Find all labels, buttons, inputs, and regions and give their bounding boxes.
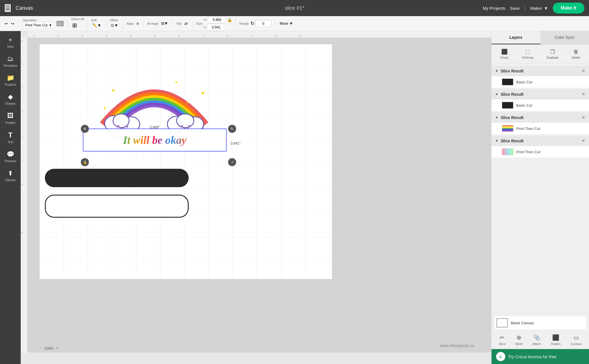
group-tool[interactable]: ⬛ Group bbox=[498, 47, 511, 60]
h-label: H bbox=[204, 26, 206, 29]
contour-tool[interactable]: ▭ Contour bbox=[571, 334, 582, 346]
weld-tool[interactable]: ⊕ Weld bbox=[515, 334, 523, 346]
layer-item-4[interactable]: Print Then Cut bbox=[492, 146, 589, 158]
bottom-panel: Blank Canvas ✂ Slice ⊕ Weld 📎 Attach ⬛ F… bbox=[492, 313, 589, 349]
offset-label: Offset bbox=[110, 18, 119, 22]
layer-group-3: ▼ Slice Result 👁 Print Then Cut bbox=[492, 112, 589, 135]
layer-arrow-2: ▼ bbox=[495, 92, 498, 96]
duplicate-tool[interactable]: ❐ Duplicate bbox=[544, 47, 561, 60]
thumb-rainbow-3 bbox=[502, 125, 513, 132]
select-all-button[interactable]: ⊞ bbox=[71, 21, 78, 30]
save-button[interactable]: Save bbox=[510, 6, 520, 11]
tab-layers[interactable]: Layers bbox=[492, 31, 540, 44]
visibility-icon-1[interactable]: 👁 bbox=[582, 69, 586, 73]
layer-group-2-header[interactable]: ▼ Slice Result 👁 bbox=[492, 89, 589, 99]
svg-point-12 bbox=[126, 127, 128, 128]
layer-arrow-4: ▼ bbox=[495, 139, 498, 143]
delete-handle[interactable]: ✕ bbox=[81, 125, 89, 133]
scale-handle[interactable]: ↗ bbox=[228, 158, 236, 166]
undo-button[interactable]: ↩ bbox=[3, 20, 9, 27]
sidebar-item-shapes[interactable]: ◆ Shapes bbox=[1, 90, 20, 108]
sidebar-item-images-label: Images bbox=[5, 121, 16, 124]
visibility-icon-3[interactable]: 👁 bbox=[582, 115, 586, 120]
sidebar-item-projects[interactable]: 📁 Projects bbox=[1, 71, 20, 89]
right-panel: Layers Color Sync ⬛ Group ⬚ UnGroup ❐ Du… bbox=[491, 31, 589, 364]
my-projects-button[interactable]: My Projects bbox=[483, 6, 505, 11]
arrange-section: Arrange ⧉▼ bbox=[147, 20, 173, 27]
sidebar-item-upload-label: Upload bbox=[5, 178, 16, 182]
more-button[interactable]: More ▼ bbox=[279, 20, 294, 27]
lock-handle[interactable]: 🔒 bbox=[81, 158, 89, 166]
layer-group-4-header[interactable]: ▼ Slice Result 👁 bbox=[492, 136, 589, 146]
make-it-button[interactable]: Make It bbox=[553, 3, 584, 14]
sidebar-item-new[interactable]: + New bbox=[1, 33, 20, 51]
sidebar-item-templates-label: Templates bbox=[3, 64, 18, 67]
sidebar-item-templates[interactable]: 🗂 Templates bbox=[1, 52, 20, 70]
layer-group-1-header[interactable]: ▼ Slice Result 👁 bbox=[492, 66, 589, 76]
cricut-access-banner[interactable]: c Try Cricut Access for free bbox=[492, 349, 589, 364]
svg-point-19 bbox=[181, 127, 183, 128]
height-measurement: 0.941" bbox=[231, 141, 240, 145]
operation-label: Operation bbox=[23, 18, 55, 22]
operation-select[interactable]: Print Then Cut ▼ bbox=[23, 22, 55, 29]
text-element[interactable]: It will be okay bbox=[83, 129, 227, 152]
tab-color-sync[interactable]: Color Sync bbox=[540, 31, 589, 44]
sidebar-item-projects-label: Projects bbox=[5, 83, 16, 86]
sidebar-item-text-label: Text bbox=[7, 140, 13, 144]
layer-thumb-1 bbox=[502, 78, 513, 85]
width-input[interactable] bbox=[208, 16, 226, 23]
edit-label: Edit bbox=[91, 18, 102, 22]
sidebar-item-text[interactable]: T Text bbox=[1, 128, 20, 147]
ungroup-icon: ⬚ bbox=[525, 49, 530, 55]
cricut-banner-text: Try Cricut Access for free bbox=[508, 354, 557, 359]
flatten-tool[interactable]: ⬛ Flatten bbox=[551, 334, 561, 346]
layer-item-1[interactable]: Basic Cut bbox=[492, 76, 589, 88]
ruler-horizontal: 0 1 2 3 4 5 6 7 8 9 10 11 bbox=[28, 31, 491, 38]
offset-button[interactable]: ⊙▼ bbox=[110, 22, 119, 29]
zoom-in-button[interactable]: + bbox=[56, 346, 59, 351]
arrange-button[interactable]: ⧉▼ bbox=[160, 20, 169, 27]
slice-label: Slice bbox=[499, 342, 506, 346]
operation-extra-btn[interactable]: — bbox=[56, 21, 64, 26]
thumb-black-2 bbox=[502, 102, 513, 108]
text-icon: T bbox=[8, 131, 13, 139]
layer-group-3-header[interactable]: ▼ Slice Result 👁 bbox=[492, 112, 589, 123]
layer-item-3-label: Print Then Cut bbox=[516, 127, 540, 131]
flip-button[interactable]: ⇄ bbox=[183, 20, 189, 27]
layer-group-1-title: Slice Result bbox=[501, 69, 579, 73]
rotate-handle[interactable]: ↻ bbox=[228, 125, 236, 133]
visibility-icon-2[interactable]: 👁 bbox=[582, 92, 586, 97]
zoom-out-button[interactable]: − bbox=[39, 346, 42, 351]
visibility-icon-4[interactable]: 👁 bbox=[582, 139, 586, 143]
layer-thumb-4 bbox=[502, 148, 513, 155]
align-button[interactable]: ≡ bbox=[135, 20, 140, 27]
sidebar-item-images[interactable]: 🖼 Images bbox=[1, 109, 20, 127]
dark-shape-1 bbox=[45, 169, 189, 187]
new-icon: + bbox=[9, 36, 12, 44]
panel-tabs: Layers Color Sync bbox=[492, 31, 589, 45]
menu-button[interactable]: ☰ bbox=[5, 4, 11, 12]
edit-button[interactable]: ✏️▼ bbox=[91, 22, 102, 29]
w-label: W bbox=[204, 18, 206, 22]
svg-text:✦: ✦ bbox=[200, 90, 205, 97]
attach-tool[interactable]: 📎 Attach bbox=[532, 334, 541, 346]
ungroup-tool[interactable]: ⬚ UnGroup bbox=[519, 47, 536, 60]
slice-tool[interactable]: ✂ Slice bbox=[499, 334, 506, 346]
rotate-input[interactable] bbox=[255, 20, 271, 27]
sidebar-item-upload[interactable]: ⬆ Upload bbox=[1, 167, 20, 185]
group-label: Group bbox=[500, 56, 508, 59]
svg-point-20 bbox=[188, 127, 190, 128]
layer-item-1-label: Basic Cut bbox=[516, 80, 532, 84]
redo-button[interactable]: ↪ bbox=[10, 20, 16, 27]
layer-item-2[interactable]: Basic Cut bbox=[492, 99, 589, 111]
blank-canvas-row: Blank Canvas bbox=[494, 316, 587, 330]
lock-icon: 🔒 bbox=[227, 18, 232, 22]
app-title: Canvas bbox=[16, 5, 33, 11]
layer-item-3[interactable]: Print Then Cut bbox=[492, 123, 589, 135]
height-input[interactable] bbox=[207, 24, 225, 31]
weld-icon: ⊕ bbox=[517, 334, 521, 341]
align-label: Align bbox=[127, 22, 133, 25]
sidebar-item-phrases[interactable]: 💬 Phrases bbox=[1, 148, 20, 166]
maker-selector[interactable]: Maker ▼ bbox=[530, 6, 548, 11]
delete-tool[interactable]: 🗑 Delete bbox=[569, 48, 582, 60]
